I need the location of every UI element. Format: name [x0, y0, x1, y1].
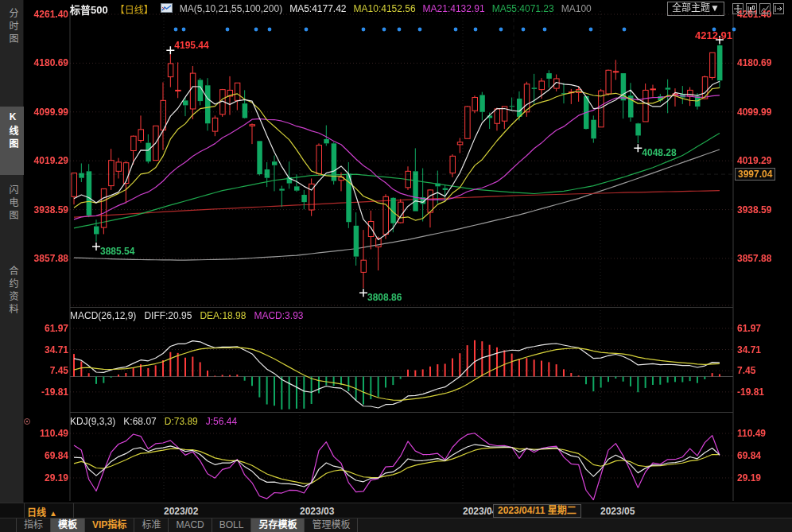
symbol-title: 标普500	[70, 2, 108, 17]
tab-标准[interactable]: 标准	[134, 518, 169, 532]
x-axis-label: 2023/05	[600, 506, 635, 517]
period-label: 日线	[27, 507, 46, 518]
mini-chart-icon	[161, 3, 173, 15]
chart-canvas[interactable]	[0, 0, 792, 532]
period-tag: 【日线】	[115, 2, 153, 16]
sidebar-item-闪电图[interactable]: 闪电图	[0, 180, 24, 254]
chevron-up-icon: ▲	[49, 509, 57, 518]
divider	[73, 503, 74, 518]
divider	[24, 503, 25, 518]
chart-legend: 标普500【日线】MA(5,10,21,55,100,200)MA5:4177.…	[70, 0, 592, 17]
ma-value-label: MA55:4071.23	[492, 3, 554, 14]
ma-settings-label: MA(5,10,21,55,100,200)	[180, 3, 282, 14]
bottom-tab-bar: 指标模板VIP指标标准MACDBOLL另存模板管理模板	[0, 518, 792, 532]
detach-window-icon[interactable]	[773, 3, 784, 14]
sidebar-item-分时图[interactable]: 分时图	[0, 3, 24, 52]
tab-MACD[interactable]: MACD	[169, 518, 212, 532]
candle-pane-icon[interactable]	[746, 3, 757, 14]
indicator-pane-icon[interactable]	[759, 3, 771, 14]
header-tools: 全部主题▼	[667, 2, 784, 16]
x-axis-label: 2023/02	[164, 506, 198, 517]
tab-BOLL[interactable]: BOLL	[212, 518, 252, 532]
x-axis-label: 2023/03	[300, 506, 334, 517]
trading-app-window: 4261.404261.404180.694180.694099.994099.…	[0, 0, 792, 532]
x-axis-label: 2023/04	[463, 506, 497, 517]
ma-value-label: MA100	[561, 3, 592, 14]
theme-dropdown[interactable]: 全部主题▼	[667, 2, 724, 16]
date-axis: 日线▲ 2023/022023/032023/042023/052023/04/…	[0, 503, 792, 518]
tab-管理模板[interactable]: 管理模板	[305, 518, 358, 532]
ma-value-label: MA21:4132.91	[423, 3, 485, 14]
period-selector[interactable]: 日线▲	[27, 505, 57, 518]
sidebar-item-合约资料[interactable]: 合约资料	[0, 261, 24, 355]
tab-另存模板[interactable]: 另存模板	[251, 518, 305, 532]
tab-VIP指标[interactable]: VIP指标	[85, 518, 134, 532]
sidebar-item-K线图[interactable]: K线图	[0, 107, 24, 175]
ma-value-label: MA10:4152.56	[354, 3, 416, 14]
ma-value-label: MA5:4177.42	[289, 3, 346, 14]
tab-模板[interactable]: 模板	[51, 518, 85, 532]
sidebar: 分时图K线图闪电图合约资料	[0, 0, 24, 503]
crosshair-date-tooltip: 2023/04/11 星期二	[493, 504, 581, 518]
pan-icon[interactable]	[732, 3, 743, 14]
chart-header: 标普500【日线】MA(5,10,21,55,100,200)MA5:4177.…	[24, 0, 792, 17]
tab-指标[interactable]: 指标	[16, 518, 51, 532]
